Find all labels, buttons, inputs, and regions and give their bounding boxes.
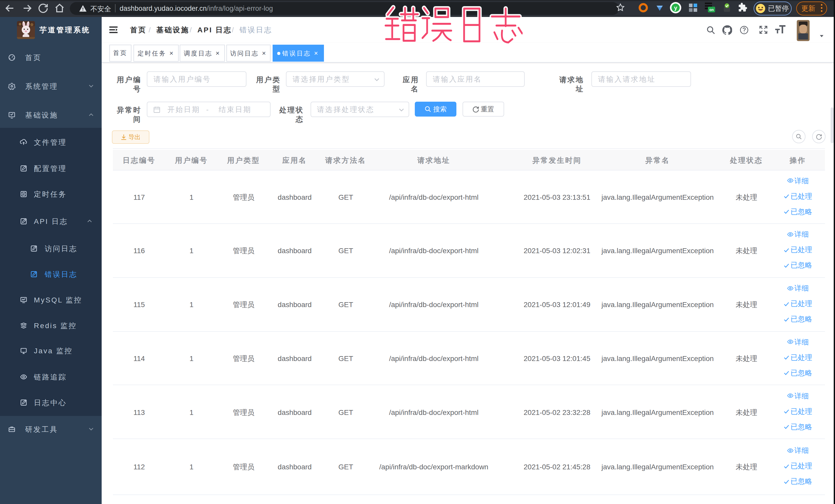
svg-text:on: on (709, 8, 714, 12)
